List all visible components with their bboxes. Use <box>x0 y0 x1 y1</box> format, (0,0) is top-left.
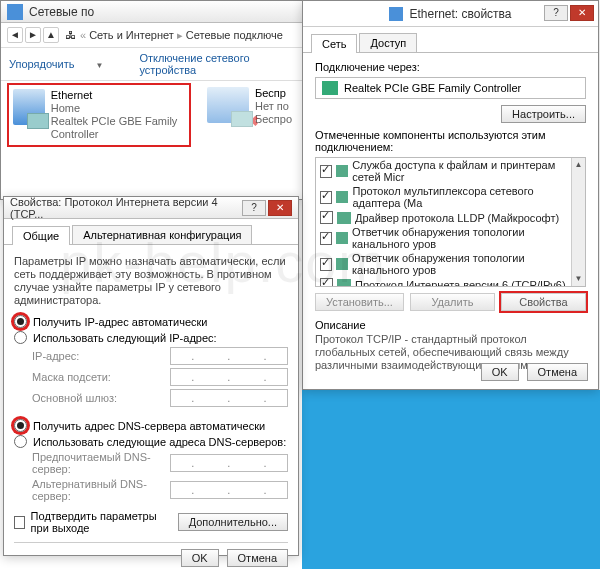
controller-field: Realtek PCIe GBE Family Controller <box>315 77 586 99</box>
cancel-button[interactable]: Отмена <box>227 549 288 567</box>
adapter-status: Home <box>51 102 185 115</box>
adapter-wireless[interactable]: ✖ Беспр Нет по Беспро <box>207 87 292 143</box>
nic-icon <box>322 81 338 95</box>
close-button[interactable]: ✕ <box>268 200 292 216</box>
component-item[interactable]: Протокол мультиплексора сетевого адаптер… <box>316 184 585 210</box>
remove-button[interactable]: Удалить <box>410 293 495 311</box>
help-button[interactable]: ? <box>544 5 568 21</box>
component-item[interactable]: Ответчик обнаружения топологии канальног… <box>316 225 585 251</box>
protocol-icon <box>336 191 349 203</box>
radio-icon[interactable] <box>14 315 27 328</box>
tab-general[interactable]: Общие <box>12 226 70 245</box>
gateway-label: Основной шлюз: <box>32 392 170 404</box>
properties-button[interactable]: Свойства <box>501 293 586 311</box>
tabs: Общие Альтернативная конфигурация <box>4 219 298 245</box>
adapter-card: Realtek PCIe GBE Family Controller <box>51 115 185 141</box>
net-icon: 🖧 <box>65 29 76 41</box>
adapter-ethernet[interactable]: Ethernet Home Realtek PCIe GBE Family Co… <box>11 87 187 143</box>
window-title: Ethernet: свойства <box>409 7 511 21</box>
toolbar: Упорядочить▼ Отключение сетевого устройс… <box>1 48 302 81</box>
dns1-label: Предпочитаемый DNS-сервер: <box>32 451 170 475</box>
component-item[interactable]: Ответчик обнаружения топологии канальног… <box>316 251 585 277</box>
sort-menu[interactable]: Упорядочить▼ <box>9 58 121 70</box>
crumb-net[interactable]: Сеть и Интернет <box>89 29 174 41</box>
checkbox[interactable] <box>320 165 332 178</box>
dns2-input[interactable]: ... <box>170 481 288 499</box>
confirm-label: Подтвердить параметры при выходе <box>31 510 178 534</box>
window-title: Сетевые по <box>29 5 94 19</box>
components-label: Отмеченные компоненты используются этим … <box>315 129 586 153</box>
adapter-status: Нет по <box>255 100 292 113</box>
radio-icon[interactable] <box>14 419 27 432</box>
breadcrumb[interactable]: ◄ ► ▲ 🖧 « Сеть и Интернет ▸ Сетевые подк… <box>1 23 302 48</box>
checkbox[interactable] <box>320 258 332 271</box>
tabs: Сеть Доступ <box>303 27 598 53</box>
components-listbox[interactable]: Служба доступа к файлам и принтерам сете… <box>315 157 586 287</box>
ok-button[interactable]: OK <box>181 549 219 567</box>
checkbox[interactable] <box>320 278 333 287</box>
protocol-icon <box>336 258 348 270</box>
ip-input[interactable]: ... <box>170 347 288 365</box>
radio-icon[interactable] <box>14 435 27 448</box>
titlebar[interactable]: Сетевые по <box>1 1 302 23</box>
checkbox[interactable] <box>320 232 332 245</box>
back-button[interactable]: ◄ <box>7 27 23 43</box>
ip-label: IP-адрес: <box>32 350 170 362</box>
dns1-input[interactable]: ... <box>170 454 288 472</box>
radio-manual-dns[interactable]: Использовать следующие адреса DNS-сервер… <box>14 435 288 448</box>
tab-network[interactable]: Сеть <box>311 34 357 53</box>
service-icon <box>336 165 348 177</box>
component-item[interactable]: Протокол Интернета версии 6 (TCP/IPv6) <box>316 277 585 287</box>
wireless-icon: ✖ <box>207 87 249 123</box>
scroll-up[interactable]: ▲ <box>572 158 585 172</box>
gateway-input[interactable]: ... <box>170 389 288 407</box>
confirm-checkbox[interactable] <box>14 516 25 529</box>
titlebar[interactable]: Свойства: Протокол Интернета версии 4 (T… <box>4 197 298 219</box>
radio-icon[interactable] <box>14 331 27 344</box>
protocol-icon <box>337 212 351 224</box>
forward-button[interactable]: ► <box>25 27 41 43</box>
protocol-icon <box>337 279 351 288</box>
mask-label: Маска подсети: <box>32 371 170 383</box>
description-label: Описание <box>315 319 586 331</box>
adapter-card: Беспро <box>255 113 292 126</box>
window-icon <box>7 4 23 20</box>
adapter-name: Беспр <box>255 87 292 100</box>
component-item[interactable]: Драйвер протокола LLDP (Майкрософт) <box>316 210 585 225</box>
window-title: Свойства: Протокол Интернета версии 4 (T… <box>10 196 242 220</box>
dns2-label: Альтернативный DNS-сервер: <box>32 478 170 502</box>
mask-input[interactable]: ... <box>170 368 288 386</box>
cancel-button[interactable]: Отмена <box>527 363 588 381</box>
up-button[interactable]: ▲ <box>43 27 59 43</box>
close-button[interactable]: ✕ <box>570 5 594 21</box>
scroll-down[interactable]: ▼ <box>572 272 585 286</box>
disable-device[interactable]: Отключение сетевого устройства <box>139 52 276 76</box>
crumb-connections[interactable]: Сетевые подключе <box>186 29 283 41</box>
network-connections-window: Сетевые по ◄ ► ▲ 🖧 « Сеть и Интернет ▸ С… <box>0 0 302 200</box>
component-item[interactable]: Служба доступа к файлам и принтерам сете… <box>316 158 585 184</box>
radio-manual-ip[interactable]: Использовать следующий IP-адрес: <box>14 331 288 344</box>
protocol-icon <box>336 232 348 244</box>
tab-access[interactable]: Доступ <box>359 33 417 52</box>
connect-via-label: Подключение через: <box>315 61 586 73</box>
disconnected-icon: ✖ <box>247 113 259 129</box>
ethernet-properties-window: Ethernet: свойства ? ✕ Сеть Доступ Подкл… <box>302 0 599 390</box>
radio-auto-dns[interactable]: Получить адрес DNS-сервера автоматически <box>14 419 288 432</box>
intro-text: Параметры IP можно назначать автоматичес… <box>14 255 288 307</box>
help-button[interactable]: ? <box>242 200 266 216</box>
configure-button[interactable]: Настроить... <box>501 105 586 123</box>
checkbox[interactable] <box>320 191 332 204</box>
radio-auto-ip[interactable]: Получить IP-адрес автоматически <box>14 315 288 328</box>
checkbox[interactable] <box>320 211 333 224</box>
desktop-background <box>302 390 600 569</box>
scrollbar[interactable]: ▲▼ <box>571 158 585 286</box>
install-button[interactable]: Установить... <box>315 293 404 311</box>
ethernet-icon <box>13 89 45 125</box>
adapters-area: Ethernet Home Realtek PCIe GBE Family Co… <box>1 81 302 149</box>
titlebar[interactable]: Ethernet: свойства ? ✕ <box>303 1 598 27</box>
ok-button[interactable]: OK <box>481 363 519 381</box>
ipv4-properties-window: Свойства: Протокол Интернета версии 4 (T… <box>3 196 299 556</box>
adapter-name: Ethernet <box>51 89 185 102</box>
tab-alternate[interactable]: Альтернативная конфигурация <box>72 225 252 244</box>
advanced-button[interactable]: Дополнительно... <box>178 513 288 531</box>
